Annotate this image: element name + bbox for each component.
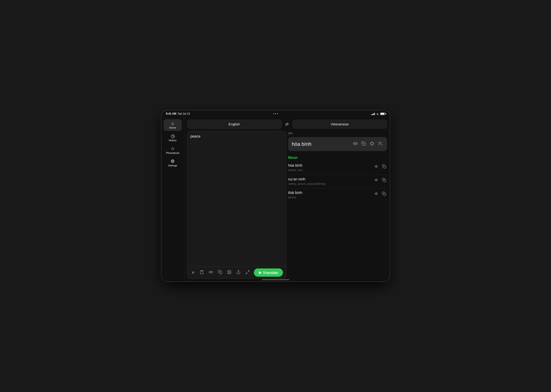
copy-def-2-button[interactable]: [381, 177, 387, 184]
speak-def-3-button[interactable]: [374, 191, 380, 198]
phonetic-text: pēs: [288, 131, 387, 135]
definition-content-3: thái bình peace: [288, 191, 302, 199]
svg-rect-17: [383, 180, 386, 182]
noun-section-label: Noun: [288, 156, 387, 160]
svg-marker-14: [375, 165, 376, 168]
definition-actions-1: [374, 163, 387, 171]
svg-line-6: [248, 271, 249, 272]
svg-marker-10: [370, 142, 374, 145]
sidebar-item-home[interactable]: ⌂ Home: [163, 119, 182, 131]
copy-source-button[interactable]: [217, 269, 223, 276]
definition-synonyms-1: peace, pax: [288, 168, 303, 172]
speak-source-button[interactable]: [208, 269, 214, 276]
share-icon: [236, 270, 240, 275]
definition-entry-1: hòa bình peace, pax: [288, 162, 387, 175]
speak-source-icon: [209, 270, 213, 275]
copy-def-1-button[interactable]: [381, 163, 387, 171]
paste-icon: [200, 270, 204, 275]
home-icon: ⌂: [171, 121, 174, 126]
sidebar-item-settings[interactable]: ⚙ Settings: [163, 157, 182, 169]
definition-word-1: hòa bình: [288, 163, 303, 168]
dot-2: [275, 113, 276, 114]
copy-source-icon: [218, 270, 222, 275]
status-bar: 9:41 AM Sat Jul 13 𝛈: [162, 111, 390, 117]
clear-icon: ✕: [191, 270, 195, 275]
paste-button[interactable]: [199, 269, 205, 276]
svg-rect-2: [219, 271, 222, 274]
battery-icon: [380, 112, 385, 115]
source-language-button[interactable]: English: [187, 120, 282, 129]
input-panel: peace ✕: [187, 131, 286, 279]
dot-3: [277, 113, 278, 114]
sidebar-label-settings: Settings: [168, 164, 177, 167]
image-button[interactable]: [226, 269, 232, 276]
definition-entry-2: sự an ninh safety, peace, peaceoffering: [288, 175, 387, 189]
status-date: Sat Jul 13: [178, 112, 190, 115]
copy-def-3-button[interactable]: [381, 191, 387, 198]
image-icon: [227, 270, 231, 275]
swap-language-button[interactable]: ⇄: [283, 121, 291, 128]
source-text-input[interactable]: peace: [187, 131, 286, 266]
definition-actions-3: [374, 191, 387, 198]
settings-icon: ⚙: [171, 159, 175, 163]
phrasebook-icon: ☆: [171, 146, 175, 151]
swap-icon: ⇄: [285, 122, 289, 127]
app-layout: ⌂ Home ◷ History ☆ Phrasebook ⚙ Settings…: [162, 117, 390, 281]
translation-actions: [352, 140, 383, 148]
definition-word-3: thái bình: [288, 191, 302, 195]
definition-synonyms-3: peace: [288, 196, 302, 199]
primary-translation-text: hòa bình: [292, 141, 312, 147]
share-button[interactable]: [235, 269, 241, 276]
svg-rect-15: [383, 166, 386, 168]
output-panel: pēs hòa bình: [288, 131, 387, 279]
content-area: English ⇄ Vietnamese peace ✕: [184, 117, 390, 281]
expand-icon: [246, 270, 250, 275]
wifi-icon: 𝛈: [377, 112, 378, 115]
sidebar-item-history[interactable]: ◷ History: [163, 132, 182, 144]
sidebar: ⌂ Home ◷ History ☆ Phrasebook ⚙ Settings: [162, 117, 184, 281]
sort-button[interactable]: [377, 140, 383, 148]
definition-entry-3: thái bình peace: [288, 189, 387, 202]
clear-button[interactable]: ✕: [191, 269, 196, 276]
svg-marker-8: [353, 142, 355, 145]
language-bar: English ⇄ Vietnamese: [187, 120, 387, 129]
svg-marker-16: [375, 179, 376, 181]
history-icon: ◷: [171, 134, 175, 138]
svg-rect-19: [383, 193, 386, 196]
svg-rect-0: [201, 270, 203, 271]
definition-content-1: hòa bình peace, pax: [288, 163, 303, 172]
device-frame: 9:41 AM Sat Jul 13 𝛈 ⌂ Home: [161, 110, 390, 282]
favorite-button[interactable]: [369, 140, 375, 148]
sidebar-label-home: Home: [169, 126, 176, 129]
svg-point-4: [228, 271, 229, 272]
status-right: 𝛈: [371, 112, 385, 115]
svg-line-7: [246, 272, 247, 273]
target-language-button[interactable]: Vietnamese: [293, 120, 387, 129]
signal-icon: [371, 112, 375, 115]
sidebar-item-phrasebook[interactable]: ☆ Phrasebook: [163, 144, 182, 156]
speak-def-1-button[interactable]: [374, 163, 380, 171]
svg-marker-18: [375, 193, 376, 195]
speak-translation-button[interactable]: [352, 140, 359, 148]
status-time: 9:41 AM: [166, 112, 177, 115]
definition-synonyms-2: safety, peace, peaceoffering: [288, 182, 325, 185]
definition-word-2: sự an ninh: [288, 177, 325, 181]
input-toolbar: ✕: [187, 266, 286, 279]
translate-label: Translate: [263, 271, 278, 275]
dot-1: [273, 113, 274, 114]
primary-translation-box: hòa bình: [288, 137, 387, 151]
svg-rect-9: [363, 143, 366, 146]
home-indicator: [262, 279, 289, 280]
translate-button[interactable]: ▶ Translate: [254, 268, 283, 277]
definition-content-2: sự an ninh safety, peace, peaceoffering: [288, 177, 325, 185]
svg-marker-1: [209, 271, 211, 273]
translation-panels: peace ✕: [187, 131, 387, 279]
copy-translation-button[interactable]: [360, 140, 367, 148]
status-center-dots: [273, 113, 278, 114]
expand-button[interactable]: [245, 269, 251, 276]
translate-icon: ▶: [259, 271, 262, 275]
sidebar-label-history: History: [169, 139, 177, 142]
sidebar-label-phrasebook: Phrasebook: [166, 152, 180, 154]
definition-actions-2: [374, 177, 387, 184]
speak-def-2-button[interactable]: [374, 177, 380, 184]
